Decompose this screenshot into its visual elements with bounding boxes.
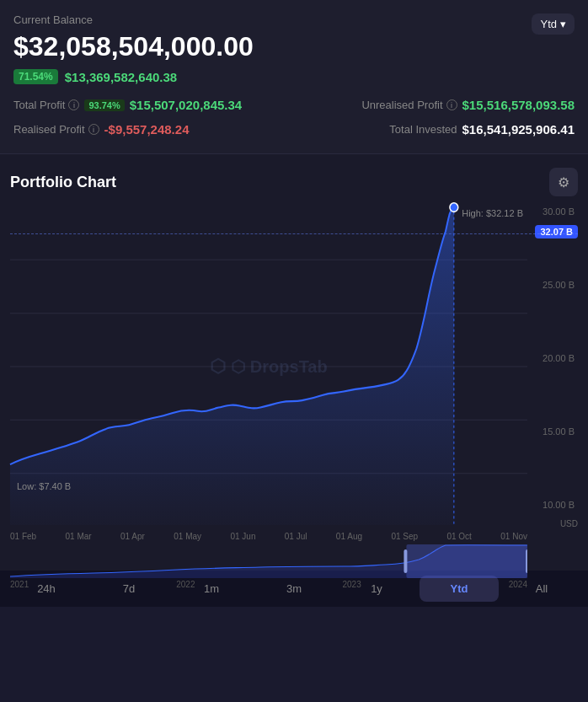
balance-label: Current Balance: [13, 13, 254, 26]
year-label-1: 2022: [176, 580, 195, 589]
chart-title: Portfolio Chart: [10, 174, 116, 191]
unrealised-profit-info-icon[interactable]: i: [446, 99, 457, 110]
realised-profit-info-icon[interactable]: i: [88, 124, 99, 135]
total-profit-info-icon[interactable]: i: [68, 99, 79, 110]
total-profit-label: Total Profit i: [13, 99, 79, 111]
top-section: Current Balance $32,058,504,000.00 71.54…: [0, 0, 588, 154]
usd-axis-label: USD: [560, 519, 578, 528]
year-label-2: 2023: [343, 580, 361, 589]
chart-wrapper: High: $32.12 B 32.07 B: [10, 206, 578, 560]
portfolio-chart-svg: [10, 206, 527, 527]
y-axis: 30.00 B 25.00 B 20.00 B 15.00 B 10.00 B: [527, 206, 578, 527]
unrealised-profit-label: Unrealised Profit i: [361, 99, 457, 111]
chart-settings-button[interactable]: ⚙: [549, 168, 578, 196]
x-label-9: 01 Nov: [500, 532, 527, 541]
year-labels: 2021 2022 2023 2024: [10, 580, 527, 589]
change-amount: $13,369,582,640.38: [65, 70, 177, 84]
total-invested-row: Total Invested $16,541,925,906.41: [294, 122, 575, 137]
x-label-3: 01 May: [174, 532, 201, 541]
x-label-1: 01 Mar: [66, 532, 92, 541]
unrealised-profit-row: Unrealised Profit i $15,516,578,093.58: [294, 98, 575, 112]
svg-point-6: [450, 203, 458, 212]
svg-rect-9: [526, 549, 527, 573]
realised-profit-row: Realised Profit i -$9,557,248.24: [13, 122, 294, 137]
total-invested-label: Total Invested: [389, 123, 457, 136]
mini-chart-svg: [10, 544, 527, 578]
x-label-0: 01 Feb: [10, 532, 36, 541]
svg-rect-8: [404, 549, 407, 573]
main-chart-area: ⬡⬡ DropsTab Low: $7.40 B: [10, 206, 527, 527]
realised-profit-label: Realised Profit i: [13, 123, 99, 136]
y-label-4: 15.00 B: [527, 426, 578, 437]
x-label-6: 01 Aug: [336, 532, 362, 541]
total-invested-amount: $16,541,925,906.41: [462, 122, 575, 137]
ytd-dropdown[interactable]: Ytd ▾: [532, 13, 575, 35]
change-pct-badge: 71.54%: [13, 69, 58, 84]
y-label-1: 30.00 B: [527, 206, 578, 217]
total-profit-row: Total Profit i 93.74% $15,507,020,845.34: [13, 98, 294, 112]
y-label-5: 10.00 B: [527, 500, 578, 510]
mini-chart[interactable]: [10, 544, 527, 578]
x-label-4: 01 Jun: [230, 532, 255, 541]
y-label-2: 25.00 B: [527, 280, 578, 290]
chart-section: Portfolio Chart ⚙ High: $32.12 B 32.07 B: [0, 154, 588, 571]
x-label-7: 01 Sep: [391, 532, 418, 541]
x-label-8: 01 Oct: [446, 532, 471, 541]
realised-profit-amount: -$9,557,248.24: [104, 122, 190, 137]
balance-amount: $32,058,504,000.00: [13, 31, 254, 62]
x-label-2: 01 Apr: [120, 532, 145, 541]
year-label-0: 2021: [10, 580, 29, 589]
x-axis: 01 Feb 01 Mar 01 Apr 01 May 01 Jun 01 Ju…: [10, 527, 527, 541]
total-profit-pct: 93.74%: [84, 99, 124, 111]
low-label: Low: $7.40 B: [17, 481, 71, 491]
unrealised-profit-amount: $15,516,578,093.58: [462, 98, 575, 112]
svg-rect-7: [406, 544, 527, 578]
total-profit-amount: $15,507,020,845.34: [130, 98, 242, 112]
year-label-3: 2024: [509, 580, 527, 589]
y-label-3: 20.00 B: [527, 353, 578, 363]
x-label-5: 01 Jul: [285, 532, 307, 541]
